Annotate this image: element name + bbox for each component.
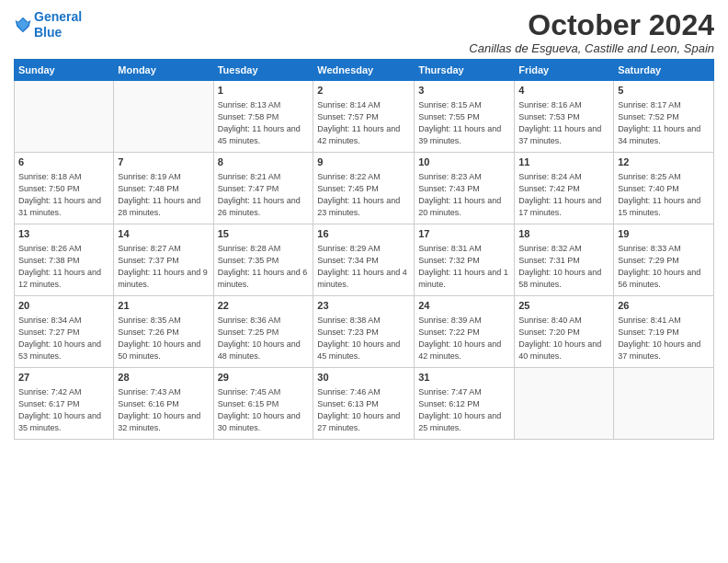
day-number: 27 (18, 371, 109, 385)
calendar-day-cell: 25Sunrise: 8:40 AM Sunset: 7:20 PM Dayli… (515, 296, 614, 368)
day-info: Sunrise: 8:34 AM Sunset: 7:27 PM Dayligh… (18, 315, 109, 362)
weekday-header: Thursday (415, 60, 515, 81)
calendar-day-cell (515, 368, 614, 440)
calendar-day-cell: 26Sunrise: 8:41 AM Sunset: 7:19 PM Dayli… (614, 296, 714, 368)
day-info: Sunrise: 7:46 AM Sunset: 6:13 PM Dayligh… (317, 386, 410, 434)
calendar-day-cell: 11Sunrise: 8:24 AM Sunset: 7:42 PM Dayli… (515, 153, 614, 224)
day-info: Sunrise: 8:22 AM Sunset: 7:45 PM Dayligh… (317, 171, 410, 219)
logo: General Blue (14, 9, 82, 40)
day-info: Sunrise: 8:35 AM Sunset: 7:26 PM Dayligh… (118, 315, 209, 362)
calendar-table: SundayMondayTuesdayWednesdayThursdayFrid… (14, 59, 714, 440)
calendar-day-cell: 5Sunrise: 8:17 AM Sunset: 7:52 PM Daylig… (614, 81, 714, 153)
calendar-day-cell: 29Sunrise: 7:45 AM Sunset: 6:15 PM Dayli… (213, 368, 313, 440)
logo-text: General Blue (34, 9, 82, 40)
day-number: 10 (418, 155, 510, 169)
day-number: 1 (218, 84, 310, 98)
day-info: Sunrise: 8:41 AM Sunset: 7:19 PM Dayligh… (618, 315, 710, 362)
day-number: 12 (618, 155, 710, 169)
day-number: 11 (518, 155, 609, 169)
day-info: Sunrise: 8:39 AM Sunset: 7:22 PM Dayligh… (418, 315, 510, 362)
calendar-day-cell: 22Sunrise: 8:36 AM Sunset: 7:25 PM Dayli… (213, 296, 313, 368)
day-info: Sunrise: 7:45 AM Sunset: 6:15 PM Dayligh… (218, 386, 310, 434)
calendar-day-cell: 21Sunrise: 8:35 AM Sunset: 7:26 PM Dayli… (114, 296, 213, 368)
day-number: 20 (18, 299, 109, 313)
day-info: Sunrise: 8:26 AM Sunset: 7:38 PM Dayligh… (18, 243, 109, 291)
day-info: Sunrise: 8:21 AM Sunset: 7:47 PM Dayligh… (218, 171, 310, 219)
day-number: 30 (317, 371, 410, 385)
day-number: 25 (518, 299, 609, 313)
day-number: 28 (118, 371, 209, 385)
day-number: 21 (118, 299, 209, 313)
day-number: 6 (18, 155, 109, 169)
calendar-day-cell: 8Sunrise: 8:21 AM Sunset: 7:47 PM Daylig… (213, 153, 313, 224)
day-number: 26 (618, 299, 710, 313)
calendar-day-cell: 10Sunrise: 8:23 AM Sunset: 7:43 PM Dayli… (415, 153, 515, 224)
calendar-day-cell: 2Sunrise: 8:14 AM Sunset: 7:57 PM Daylig… (313, 81, 415, 153)
calendar-day-cell: 4Sunrise: 8:16 AM Sunset: 7:53 PM Daylig… (515, 81, 614, 153)
calendar-day-cell: 12Sunrise: 8:25 AM Sunset: 7:40 PM Dayli… (614, 153, 714, 224)
day-info: Sunrise: 7:43 AM Sunset: 6:16 PM Dayligh… (118, 386, 209, 434)
weekday-header: Friday (515, 60, 614, 81)
day-info: Sunrise: 8:18 AM Sunset: 7:50 PM Dayligh… (18, 171, 109, 219)
day-number: 5 (618, 84, 710, 98)
weekday-header: Saturday (614, 60, 714, 81)
calendar-week-row: 1Sunrise: 8:13 AM Sunset: 7:58 PM Daylig… (15, 81, 714, 153)
day-info: Sunrise: 8:13 AM Sunset: 7:58 PM Dayligh… (218, 99, 310, 147)
day-number: 8 (218, 155, 310, 169)
calendar-week-row: 6Sunrise: 8:18 AM Sunset: 7:50 PM Daylig… (15, 153, 714, 224)
logo-icon (14, 16, 32, 34)
weekday-header: Tuesday (213, 60, 313, 81)
header: General Blue October 2024 Canillas de Es… (14, 9, 714, 55)
day-info: Sunrise: 8:31 AM Sunset: 7:32 PM Dayligh… (418, 243, 510, 291)
calendar-day-cell: 15Sunrise: 8:28 AM Sunset: 7:35 PM Dayli… (213, 224, 313, 296)
day-number: 23 (317, 299, 410, 313)
day-info: Sunrise: 8:29 AM Sunset: 7:34 PM Dayligh… (317, 243, 410, 291)
calendar-day-cell: 13Sunrise: 8:26 AM Sunset: 7:38 PM Dayli… (15, 224, 114, 296)
day-number: 29 (218, 371, 310, 385)
subtitle: Canillas de Esgueva, Castille and Leon, … (469, 41, 714, 55)
calendar-day-cell (114, 81, 213, 153)
calendar-day-cell: 14Sunrise: 8:27 AM Sunset: 7:37 PM Dayli… (114, 224, 213, 296)
day-number: 16 (317, 227, 410, 241)
calendar-day-cell: 30Sunrise: 7:46 AM Sunset: 6:13 PM Dayli… (313, 368, 415, 440)
calendar-day-cell: 23Sunrise: 8:38 AM Sunset: 7:23 PM Dayli… (313, 296, 415, 368)
day-number: 24 (418, 299, 510, 313)
day-info: Sunrise: 8:17 AM Sunset: 7:52 PM Dayligh… (618, 99, 710, 147)
day-number: 19 (618, 227, 710, 241)
calendar-week-row: 20Sunrise: 8:34 AM Sunset: 7:27 PM Dayli… (15, 296, 714, 368)
calendar-day-cell: 16Sunrise: 8:29 AM Sunset: 7:34 PM Dayli… (313, 224, 415, 296)
calendar-week-row: 27Sunrise: 7:42 AM Sunset: 6:17 PM Dayli… (15, 368, 714, 440)
month-title: October 2024 (469, 9, 714, 41)
day-info: Sunrise: 8:25 AM Sunset: 7:40 PM Dayligh… (618, 171, 710, 219)
title-block: October 2024 Canillas de Esgueva, Castil… (469, 9, 714, 55)
day-info: Sunrise: 7:42 AM Sunset: 6:17 PM Dayligh… (18, 386, 109, 434)
day-info: Sunrise: 8:27 AM Sunset: 7:37 PM Dayligh… (118, 243, 209, 291)
day-number: 15 (218, 227, 310, 241)
day-info: Sunrise: 8:14 AM Sunset: 7:57 PM Dayligh… (317, 99, 410, 147)
day-number: 31 (418, 371, 510, 385)
day-number: 14 (118, 227, 209, 241)
calendar-day-cell: 19Sunrise: 8:33 AM Sunset: 7:29 PM Dayli… (614, 224, 714, 296)
day-number: 18 (518, 227, 609, 241)
calendar-week-row: 13Sunrise: 8:26 AM Sunset: 7:38 PM Dayli… (15, 224, 714, 296)
calendar-header-row: SundayMondayTuesdayWednesdayThursdayFrid… (15, 60, 714, 81)
calendar-day-cell: 18Sunrise: 8:32 AM Sunset: 7:31 PM Dayli… (515, 224, 614, 296)
day-number: 2 (317, 84, 410, 98)
day-info: Sunrise: 8:40 AM Sunset: 7:20 PM Dayligh… (518, 315, 609, 362)
day-info: Sunrise: 8:19 AM Sunset: 7:48 PM Dayligh… (118, 171, 209, 219)
day-info: Sunrise: 8:32 AM Sunset: 7:31 PM Dayligh… (518, 243, 609, 291)
calendar-day-cell: 27Sunrise: 7:42 AM Sunset: 6:17 PM Dayli… (15, 368, 114, 440)
day-info: Sunrise: 8:16 AM Sunset: 7:53 PM Dayligh… (518, 99, 609, 147)
page-container: General Blue October 2024 Canillas de Es… (0, 0, 728, 449)
weekday-header: Monday (114, 60, 213, 81)
weekday-header: Wednesday (313, 60, 415, 81)
calendar-day-cell: 17Sunrise: 8:31 AM Sunset: 7:32 PM Dayli… (415, 224, 515, 296)
calendar-day-cell: 6Sunrise: 8:18 AM Sunset: 7:50 PM Daylig… (15, 153, 114, 224)
weekday-header: Sunday (15, 60, 114, 81)
day-info: Sunrise: 8:23 AM Sunset: 7:43 PM Dayligh… (418, 171, 510, 219)
day-number: 17 (418, 227, 510, 241)
calendar-day-cell: 20Sunrise: 8:34 AM Sunset: 7:27 PM Dayli… (15, 296, 114, 368)
day-number: 9 (317, 155, 410, 169)
day-number: 3 (418, 84, 510, 98)
calendar-day-cell: 24Sunrise: 8:39 AM Sunset: 7:22 PM Dayli… (415, 296, 515, 368)
